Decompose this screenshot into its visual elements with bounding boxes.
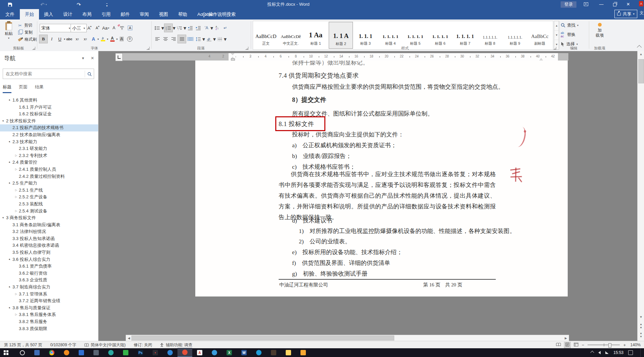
phonetic-guide-button[interactable]: wén文 (118, 24, 126, 32)
style-item-标题 1[interactable]: 1 Aa标题 1 (304, 22, 327, 48)
vertical-scroll-thumb[interactable] (638, 59, 644, 83)
expand-arrow-icon[interactable]: ▷ (13, 166, 19, 173)
app-blue-tool[interactable] (74, 348, 89, 357)
app-task-view[interactable] (30, 348, 44, 357)
nav-item[interactable]: 3.7.2 近两年销售业绩 (0, 298, 98, 305)
underline-button[interactable]: U (56, 35, 64, 43)
horizontal-scrollbar[interactable]: ◀ ▶ (126, 335, 569, 341)
first-line-indent-marker[interactable] (231, 53, 234, 55)
bold-button[interactable]: B (39, 35, 48, 43)
nav-item[interactable]: 3.8.3 质保期限 (0, 325, 98, 332)
shading-button[interactable] (205, 35, 213, 43)
subscript-button[interactable]: x2 (73, 35, 81, 43)
vertical-scrollbar[interactable]: ▲ ▼ ▲▲ ▼▼ (637, 51, 644, 341)
multilevel-list-button[interactable]: 1ai (175, 24, 184, 32)
superscript-button[interactable]: x2 (81, 35, 89, 43)
app-dark-red-dot[interactable]: • (148, 348, 163, 357)
ribbon-tab-插入[interactable]: 插入 (39, 9, 58, 19)
style-item-标题 9[interactable]: 1.1.1.1.1.标题 9 (503, 22, 527, 48)
nav-search-icon[interactable] (85, 71, 94, 77)
nav-item[interactable]: 3.6.3 企业性质 (0, 277, 98, 284)
nav-item[interactable]: ▾3.7 制造商综合实力 (0, 284, 98, 291)
language-indicator[interactable]: 简体中文(中国大陆) (80, 341, 130, 349)
app-edge[interactable] (251, 348, 266, 357)
font-dialog-launcher[interactable] (147, 47, 150, 50)
expand-arrow-icon[interactable]: ▷ (13, 208, 19, 215)
horizontal-scroll-thumb[interactable] (131, 335, 394, 341)
expand-arrow-icon[interactable]: ▷ (13, 194, 19, 201)
notification-center-icon[interactable] (628, 350, 633, 355)
nav-item[interactable]: 2.4.2 质量过程控制资料 (0, 173, 98, 180)
line-spacing-button[interactable] (194, 35, 202, 43)
style-item-标题 3[interactable]: 1. 1. 1标题 3 (354, 22, 377, 48)
page-indicator[interactable]: 第 125 页，共 507 页 (0, 341, 46, 349)
ribbon-tab-视图[interactable]: 视图 (154, 9, 173, 19)
app-chrome[interactable] (44, 348, 59, 357)
nav-item[interactable]: 3.8.2 售后服务 (0, 318, 98, 325)
read-mode-button[interactable] (556, 343, 561, 348)
app-blue-circle[interactable] (163, 348, 177, 357)
nav-item[interactable]: 1.6.2 投标保证金 (0, 111, 98, 118)
format-painter-button[interactable]: 格式刷 (17, 36, 37, 43)
ribbon-tab-布局[interactable]: 布局 (77, 9, 96, 19)
styles-scroll-down-icon[interactable]: ▼ (554, 31, 559, 40)
previous-page-button[interactable]: ▲▲ (638, 323, 644, 329)
tell-me-search[interactable]: 操作说明搜索 (202, 9, 236, 19)
app-teal[interactable] (104, 348, 118, 357)
zoom-out-button[interactable]: − (582, 343, 585, 348)
expand-arrow-icon[interactable]: ▷ (13, 187, 19, 194)
close-button[interactable]: ✕ (622, 0, 634, 9)
align-right-button[interactable] (169, 35, 177, 43)
web-layout-button[interactable] (574, 343, 578, 348)
zoom-level[interactable]: 140% (629, 343, 641, 347)
grow-font-button[interactable]: A▴ (85, 24, 93, 32)
app-file-explorer[interactable] (281, 348, 296, 357)
font-size-combobox[interactable]: 小三▾ (71, 24, 87, 32)
nav-item[interactable]: ▷3.7.1 管理体系 (0, 291, 98, 298)
find-button[interactable]: 查找▾ (561, 21, 578, 29)
app-folder-orange[interactable] (296, 348, 311, 357)
nav-item[interactable]: ▷2.5.4 测试设备 (0, 208, 98, 215)
clear-formatting-button[interactable]: A (110, 24, 118, 32)
nav-item[interactable]: 3.1 商务条款响应/偏离表 (0, 222, 98, 229)
nav-item[interactable]: 2.3.1 研发能力 (0, 145, 98, 152)
strikethrough-button[interactable]: abc (65, 35, 73, 43)
zoom-in-button[interactable]: + (623, 343, 626, 348)
next-page-button[interactable]: ▼▼ (638, 332, 644, 338)
start-button[interactable] (0, 348, 15, 357)
restore-button[interactable] (609, 0, 620, 9)
nav-item[interactable]: 3.6.1 资产负债率 (0, 263, 98, 270)
distribute-text-button[interactable] (186, 35, 194, 43)
replace-button[interactable]: abac 替换 (561, 31, 575, 39)
nav-tab-标题[interactable]: 标题 (3, 84, 11, 93)
volume-icon[interactable] (598, 351, 601, 354)
ribbon-tab-帮助[interactable]: 帮助 (173, 9, 192, 19)
justify-button[interactable] (177, 35, 186, 43)
nav-item[interactable]: ▷3.8.1 售后服务体系 (0, 311, 98, 318)
borders-button[interactable] (216, 35, 224, 43)
asian-layout-button[interactable]: ʼA (202, 24, 210, 32)
nav-item[interactable]: 3.6.2 银行资信 (0, 270, 98, 277)
change-case-button[interactable]: Aa▾ (102, 24, 110, 32)
ribbon-tab-文件[interactable]: 文件 (0, 9, 20, 19)
style-item-标题 2[interactable]: 1. 1 A标题 2 (329, 22, 353, 49)
nav-item[interactable]: ▷2.5.1 生产线 (0, 187, 98, 194)
nav-item[interactable]: ▾2 技术投标文件 (0, 118, 98, 125)
font-name-combobox[interactable]: 宋体▾ (40, 24, 72, 32)
highlight-color-button[interactable] (99, 35, 107, 43)
app-pdf-reader[interactable]: A (192, 348, 207, 357)
style-item-标题 6[interactable]: 1. 1. 1. 1标题 6 (429, 22, 452, 48)
nav-item[interactable]: 3.2 法律纠纷情况 (0, 228, 98, 235)
style-item-中文正文.[interactable]: AaBbCcDĕ中文正文. (279, 22, 303, 48)
nav-item[interactable]: ▷2.5.2 生产设备 (0, 194, 98, 201)
nav-item[interactable]: ▾2.5 生产能力 (0, 180, 98, 187)
share-button[interactable]: 共享 ▾ (614, 10, 637, 18)
increase-indent-button[interactable] (194, 24, 202, 32)
sign-in-button[interactable]: 登录 (561, 1, 576, 8)
nav-item[interactable]: 2.1 投标产品的技术规格书 (0, 124, 98, 131)
nav-item[interactable]: ▷2.4.1 质量控制人员 (0, 166, 98, 173)
shrink-font-button[interactable]: A▾ (93, 24, 102, 32)
align-left-button[interactable] (153, 35, 161, 43)
scroll-right-icon[interactable]: ▶ (563, 336, 569, 340)
print-layout-button[interactable] (564, 342, 570, 348)
